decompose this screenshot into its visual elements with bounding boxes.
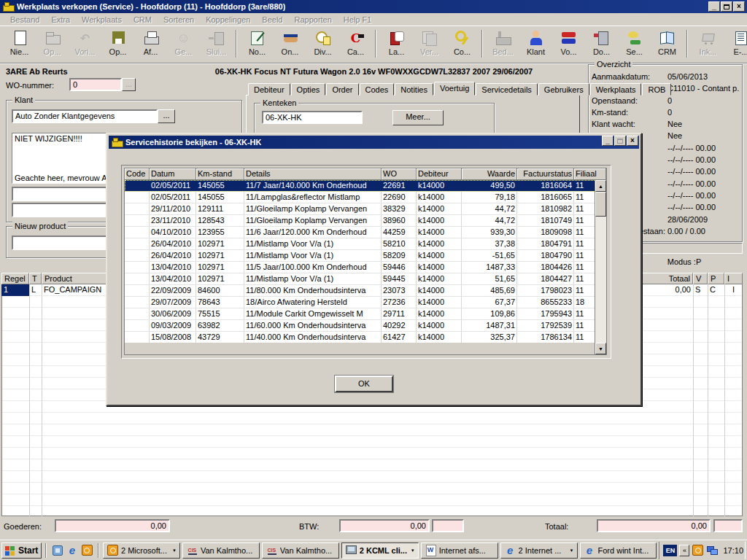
col-header-factuurstatus[interactable]: Factuurstatus (517, 168, 574, 180)
btw-field[interactable]: 0,00 (339, 519, 430, 532)
task-button[interactable]: 2 Internet ... ▼ (500, 542, 578, 559)
service-row[interactable]: 26/04/2010 102971 11/Mistlamp Voor V/a (… (125, 250, 606, 262)
quick-launch-icon[interactable] (50, 543, 65, 558)
tab[interactable]: Servicedetails (476, 83, 537, 96)
ok-button[interactable]: OK (335, 376, 393, 392)
dialog-minimize-button[interactable]: _ (602, 136, 614, 146)
meer-button[interactable]: Meer... (392, 110, 444, 125)
order-row-i[interactable]: I (724, 284, 743, 296)
task-button[interactable]: 2 Microsoft... ▼ (103, 542, 180, 559)
toolbar-button[interactable]: Se... ▼ (618, 28, 651, 61)
tray-clock-icon[interactable] (692, 544, 704, 556)
toolbar-button[interactable]: E-... ▼ (724, 28, 747, 61)
scroll-up-icon[interactable]: ▲ (595, 180, 606, 192)
service-row[interactable]: 22/09/2009 84600 11/80.000 Km Onderhouds… (125, 285, 606, 297)
tab[interactable]: ROB (642, 83, 671, 96)
toolbar-button[interactable]: La... ▼ (380, 28, 413, 61)
wo-browse-button[interactable]: ... (122, 78, 136, 91)
column-header-v[interactable]: V (693, 273, 708, 284)
col-header-kmstand[interactable]: Km-stand (196, 168, 244, 180)
toolbar-button[interactable]: Slui... ▼ (200, 28, 233, 61)
tab[interactable]: Codes (360, 83, 395, 96)
toolbar-button[interactable]: Do... ▼ (585, 28, 618, 61)
service-row[interactable]: 29/11/2010 129111 11/Gloeilamp Koplamp V… (125, 203, 606, 215)
col-header-datum[interactable]: Datum (150, 168, 196, 180)
btw-extra-field[interactable] (432, 519, 464, 532)
toolbar-button[interactable]: Af... ▼ (134, 28, 167, 61)
order-row-v[interactable]: S (693, 284, 708, 296)
column-header-regel[interactable]: Regel (1, 273, 29, 284)
col-header-waarde[interactable]: Waarde (462, 168, 517, 180)
service-row[interactable]: 15/08/2008 43729 11/40.000 Km Onderhouds… (125, 332, 606, 343)
toolbar-button[interactable]: Ca... ▼ (339, 28, 372, 61)
restore-button[interactable] (721, 1, 732, 12)
toolbar-button[interactable]: Bed... ▼ (487, 28, 519, 61)
tab[interactable]: Notities (395, 83, 433, 96)
toolbar-button[interactable]: No... ▼ (241, 28, 274, 61)
toolbar-button[interactable]: Ink... ▼ (692, 28, 724, 61)
toolbar-button[interactable]: Vori... ▼ (69, 28, 101, 61)
scroll-down-icon[interactable]: ▼ (595, 343, 606, 354)
scrollbar-thumb[interactable] (595, 192, 606, 217)
language-indicator[interactable]: EN (663, 545, 677, 556)
menu-item[interactable]: Extra (45, 14, 76, 26)
toolbar-button[interactable]: Klant ▼ (519, 28, 552, 61)
klant-browse-button[interactable]: ... (158, 109, 175, 123)
menu-item[interactable]: CRM (128, 14, 158, 26)
toolbar-button[interactable]: Op... ▼ (101, 28, 134, 61)
start-button[interactable]: Start (1, 542, 42, 559)
service-row[interactable]: 13/04/2010 102971 11/Mistlamp Voor V/a (… (125, 273, 606, 285)
col-header-debiteur[interactable]: Debiteur (417, 168, 462, 180)
menu-item[interactable]: Help F1 (338, 14, 378, 26)
menu-item[interactable]: Koppelingen (200, 14, 256, 26)
totaal-field[interactable]: 0,00 (597, 519, 711, 532)
tab[interactable]: Gebruikers (538, 83, 589, 96)
toolbar-button[interactable]: Ge... ▼ (167, 28, 200, 61)
order-row-t[interactable]: L (29, 284, 42, 296)
service-row[interactable]: 02/05/2011 145055 11/7 Jaar/140.000 Km O… (125, 180, 606, 192)
kenteken-field[interactable]: 06-XK-HK (262, 111, 363, 124)
task-button[interactable]: Ford wint Int... (580, 542, 657, 559)
col-header-code[interactable]: Code (125, 168, 150, 180)
tab[interactable]: Voertuig (434, 82, 475, 96)
service-row[interactable]: 04/10/2010 123955 11/6 Jaar/120.000 Km O… (125, 227, 606, 238)
klant-name-field[interactable]: Auto Zonder Klantgegevens (12, 109, 158, 123)
dialog-close-button[interactable]: × (627, 136, 638, 146)
tab[interactable]: Opties (291, 83, 326, 96)
service-row[interactable]: 30/06/2009 75515 11/Module Carkit Omgewi… (125, 308, 606, 320)
task-button[interactable]: Van Kalmtho... (262, 542, 339, 559)
close-button[interactable]: × (733, 1, 745, 12)
menu-item[interactable]: Sorteren (158, 14, 200, 26)
menu-item[interactable]: Beeld (256, 14, 288, 26)
service-row[interactable]: 02/05/2011 145055 11/Lampglas&reflector … (125, 192, 606, 203)
tab[interactable]: Werkplaats (590, 83, 642, 96)
service-row[interactable]: 09/03/2009 63982 11/60.000 Km Onderhouds… (125, 320, 606, 332)
quick-launch-icon[interactable] (65, 543, 80, 558)
col-header-details[interactable]: Details (244, 168, 382, 180)
totaal-extra-field[interactable] (713, 519, 743, 532)
toolbar-button[interactable]: Div... ▼ (306, 28, 339, 61)
dialog-maximize-button[interactable] (614, 136, 626, 146)
tray-chevron-icon[interactable]: « (679, 545, 689, 556)
menu-item[interactable]: Werkplaats (76, 14, 128, 26)
tab[interactable]: Order (326, 83, 358, 96)
service-row[interactable]: 26/04/2010 102971 11/Mistlamp Voor V/a (… (125, 238, 606, 250)
tray-network-icon[interactable] (706, 544, 719, 556)
order-row-regel[interactable]: 1 (1, 284, 29, 296)
task-button[interactable]: Internet afs... (421, 542, 498, 559)
col-header-wo[interactable]: WO (382, 168, 417, 180)
minimize-button[interactable]: _ (708, 1, 720, 12)
service-row[interactable]: 13/04/2010 102971 11/5 Jaar/100.000 Km O… (125, 262, 606, 273)
toolbar-button[interactable]: Co... ▼ (446, 28, 479, 61)
menu-item[interactable]: Bestand (4, 14, 45, 26)
menu-item[interactable]: Rapporten (288, 14, 337, 26)
toolbar-button[interactable]: Vo... ▼ (552, 28, 585, 61)
toolbar-button[interactable]: Nie... ▼ (3, 28, 36, 61)
service-row[interactable]: 23/11/2010 128543 11/Gloeilamp Koplamp V… (125, 215, 606, 227)
table-scrollbar[interactable]: ▲ ▼ (595, 180, 606, 354)
toolbar-button[interactable]: Ver... ▼ (413, 28, 446, 61)
order-row-p[interactable]: C (708, 284, 724, 296)
col-header-filiaal[interactable]: Filiaal (574, 168, 606, 180)
toolbar-button[interactable]: Op... ▼ (36, 28, 69, 61)
wo-nummer-field[interactable]: 0 (69, 78, 122, 91)
